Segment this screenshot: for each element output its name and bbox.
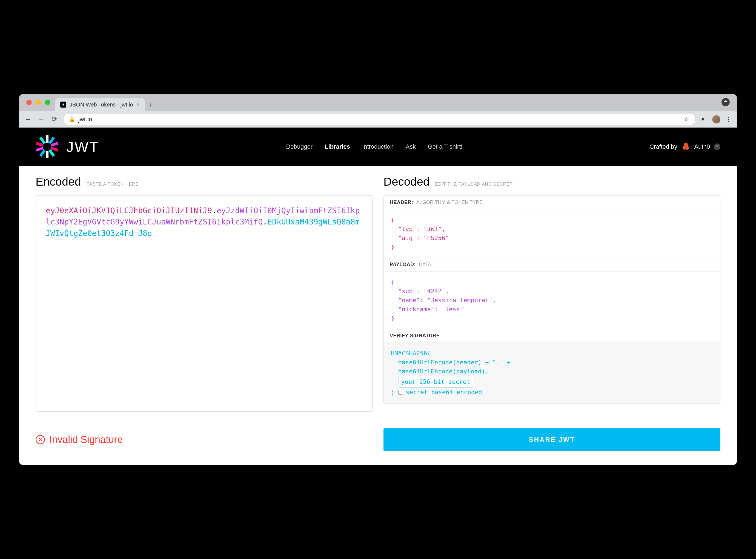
extensions-icon[interactable]: ✦ [700,115,707,123]
signature-formula: HMACSHA256( base64UrlEncode(header) + ".… [384,343,720,403]
nav-ask[interactable]: Ask [406,143,416,150]
svg-rect-0 [46,135,48,142]
lock-icon: 🔒 [69,116,75,122]
forward-button[interactable]: → [37,115,45,124]
decoded-payload-section: PAYLOAD: DATA { "sub": "4242", "name": "… [384,258,720,329]
incognito-icon [721,98,730,106]
tab-title: JSON Web Tokens - jwt.io [70,102,133,108]
page-viewport: JWT Debugger Libraries Introduction Ask … [19,128,737,465]
debugger-content: Encoded PASTE A TOKEN HERE eyJ0eXAiOiJKV… [19,166,737,465]
share-jwt-button[interactable]: SHARE JWT [384,428,720,451]
new-tab-button[interactable]: + [145,101,156,111]
decoded-column: Decoded EDIT THE PAYLOAD AND SECRET HEAD… [384,175,720,412]
minimize-window-button[interactable] [36,99,41,105]
site-logo[interactable]: JWT [36,135,99,158]
header-json-editor[interactable]: { "typ": "JWT", "alg": "HS256" } [384,209,720,258]
main-nav: Debugger Libraries Introduction Ask Get … [286,143,462,150]
nav-introduction[interactable]: Introduction [362,143,394,150]
page-content: JWT Debugger Libraries Introduction Ask … [19,128,737,465]
browser-tab[interactable]: ✶ JSON Web Tokens - jwt.io × [55,98,145,111]
crafted-by: Crafted by Auth0 ? [649,142,720,151]
svg-rect-1 [46,151,48,158]
favicon-icon: ✶ [60,102,66,108]
bookmark-star-icon[interactable]: ☆ [684,115,690,123]
window-controls [26,99,50,105]
profile-avatar[interactable] [712,115,720,124]
address-bar: ← → ⟳ 🔒 jwt.io ☆ ✦ ⋮ [19,111,737,128]
signature-status-text: Invalid Signature [49,434,123,445]
secret-input[interactable]: your-256-bit-secret [398,376,473,388]
nav-libraries[interactable]: Libraries [325,143,350,150]
header-section-label: HEADER: [390,200,413,205]
auth0-logo-icon[interactable] [681,142,691,151]
encoded-title: Encoded [36,175,81,188]
encoded-column: Encoded PASTE A TOKEN HERE eyJ0eXAiOiJKV… [36,175,372,412]
nav-tshirt[interactable]: Get a T-shirt! [428,143,462,150]
encoded-hint: PASTE A TOKEN HERE [87,182,139,187]
crafted-by-brand[interactable]: Auth0 [694,143,710,150]
payload-section-sub: DATA [419,262,431,267]
decoded-hint: EDIT THE PAYLOAD AND SECRET [435,182,513,187]
invalid-icon: ✕ [36,435,45,444]
close-window-button[interactable] [26,99,32,105]
browser-window: ✶ JSON Web Tokens - jwt.io × + ← → ⟳ 🔒 j… [19,94,737,465]
zoom-window-button[interactable] [45,99,50,105]
help-icon[interactable]: ? [714,143,720,150]
payload-section-label: PAYLOAD: [390,262,416,267]
signature-section-label: VERIFY SIGNATURE [390,333,440,338]
browser-menu-icon[interactable]: ⋮ [725,115,732,123]
payload-json-editor[interactable]: { "sub": "4242", "name": "Jessica Tempor… [384,272,720,329]
reload-button[interactable]: ⟳ [50,115,59,124]
logo-mark-icon [36,135,59,158]
logo-text: JWT [66,138,99,155]
token-header-segment: eyJ0eXAiOiJKV1QiLCJhbGciOiJIUzI1NiJ9 [46,206,212,215]
secret-base64-label: secret base64 encoded [406,388,482,397]
tab-strip: ✶ JSON Web Tokens - jwt.io × + [19,94,737,111]
header-section-sub: ALGORITHM & TOKEN TYPE [416,200,483,205]
url-text: jwt.io [78,116,92,123]
url-field[interactable]: 🔒 jwt.io ☆ [64,114,695,125]
decoded-header-section: HEADER: ALGORITHM & TOKEN TYPE { "typ": … [384,196,720,258]
signature-status: ✕ Invalid Signature [36,434,372,445]
site-header: JWT Debugger Libraries Introduction Ask … [19,128,737,166]
encoded-token-input[interactable]: eyJ0eXAiOiJKV1QiLCJhbGciOiJIUzI1NiJ9.eyJ… [36,196,372,412]
decoded-signature-section: VERIFY SIGNATURE HMACSHA256( base64UrlEn… [384,329,720,403]
crafted-by-label: Crafted by [649,143,677,150]
decoded-title: Decoded [384,175,430,188]
secret-base64-checkbox[interactable] [398,390,403,395]
nav-debugger[interactable]: Debugger [286,143,312,150]
back-button[interactable]: ← [24,115,32,124]
close-tab-icon[interactable]: × [136,101,140,108]
